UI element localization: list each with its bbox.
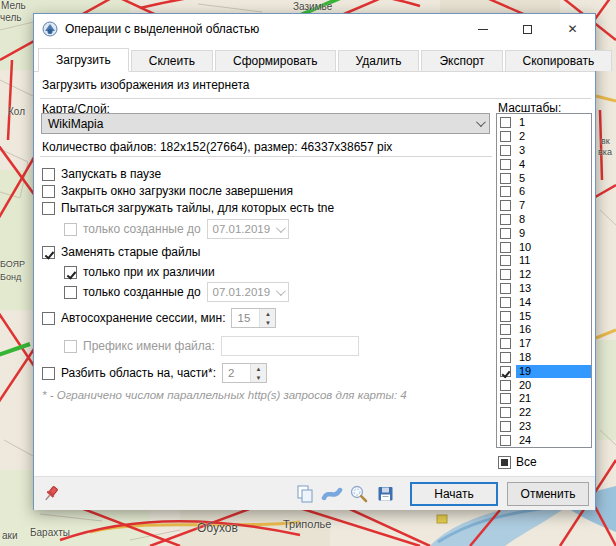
option-split[interactable]: Разбить область на, части*: 2 ▲ ▼: [42, 365, 267, 381]
scales-all-row[interactable]: Все: [498, 455, 537, 469]
autosave-spinner[interactable]: 15 ▲ ▼: [231, 308, 276, 328]
scale-row-20[interactable]: 20: [500, 378, 591, 392]
scale-checkbox-16[interactable]: [500, 324, 511, 335]
scale-row-21[interactable]: 21: [500, 392, 591, 406]
scales-all-checkbox[interactable]: [498, 456, 511, 469]
spin-down-icon[interactable]: ▼: [251, 373, 266, 382]
spin-up-icon[interactable]: ▲: [260, 309, 275, 318]
split-spinner[interactable]: 2 ▲ ▼: [222, 363, 267, 383]
scale-row-19[interactable]: 19: [500, 364, 591, 378]
scale-checkbox-6[interactable]: [500, 186, 511, 197]
tabbar: Загрузить Склеить Сформировать Удалить Э…: [34, 48, 595, 72]
option-retry-tne[interactable]: Пытаться загружать тайлы, для которых ес…: [42, 200, 334, 216]
autosave-checkbox[interactable]: [42, 312, 55, 325]
scale-checkbox-15[interactable]: [500, 311, 511, 322]
scale-checkbox-24[interactable]: [500, 435, 511, 446]
scale-checkbox-2[interactable]: [500, 131, 511, 142]
copy-selection-button[interactable]: [293, 482, 317, 506]
scale-number: 22: [516, 406, 534, 419]
pin-button[interactable]: [40, 482, 64, 506]
scale-checkbox-10[interactable]: [500, 242, 511, 253]
prefix-input[interactable]: [221, 336, 359, 356]
scale-row-11[interactable]: 11: [500, 254, 591, 268]
close-when-done-checkbox[interactable]: [42, 185, 55, 198]
tab-export[interactable]: Экспорт: [421, 50, 502, 71]
scale-checkbox-14[interactable]: [500, 297, 511, 308]
scale-checkbox-8[interactable]: [500, 214, 511, 225]
tab-download[interactable]: Загрузить: [38, 48, 129, 72]
start-button[interactable]: Начать: [410, 482, 498, 506]
scale-row-18[interactable]: 18: [500, 351, 591, 365]
scale-row-23[interactable]: 23: [500, 420, 591, 434]
scale-row-12[interactable]: 12: [500, 268, 591, 282]
scale-checkbox-9[interactable]: [500, 228, 511, 239]
scale-checkbox-19[interactable]: [500, 366, 511, 377]
scale-checkbox-22[interactable]: [500, 407, 511, 418]
minimize-button[interactable]: [460, 14, 505, 44]
start-paused-checkbox[interactable]: [42, 168, 55, 181]
tne-date-select[interactable]: 07.01.2019: [207, 219, 290, 239]
scale-row-24[interactable]: 24: [500, 433, 591, 447]
option-only-if-different[interactable]: только при их различии: [64, 264, 215, 280]
scale-row-17[interactable]: 17: [500, 337, 591, 351]
replace-old-checkbox[interactable]: [42, 246, 55, 259]
maximize-button[interactable]: [505, 14, 550, 44]
option-replace-old[interactable]: Заменять старые файлы: [42, 244, 200, 260]
scale-row-4[interactable]: 4: [500, 157, 591, 171]
scale-row-1[interactable]: 1: [500, 116, 591, 130]
retry-tne-checkbox[interactable]: [42, 202, 55, 215]
scale-checkbox-13[interactable]: [500, 283, 511, 294]
scale-checkbox-17[interactable]: [500, 338, 511, 349]
scales-list[interactable]: 123456789101112131415161718192021222324: [496, 113, 592, 448]
replace-date-select[interactable]: 07.01.2019: [207, 282, 290, 302]
option-close-when-done[interactable]: Закрыть окно загрузки после завершения: [42, 183, 293, 199]
scale-checkbox-20[interactable]: [500, 380, 511, 391]
zoom-to-selection-button[interactable]: [347, 482, 371, 506]
scale-number: 4: [516, 158, 528, 171]
split-checkbox[interactable]: [42, 367, 55, 380]
scale-row-7[interactable]: 7: [500, 199, 591, 213]
close-button[interactable]: ✕: [550, 14, 595, 44]
scale-row-3[interactable]: 3: [500, 144, 591, 158]
scale-checkbox-1[interactable]: [500, 117, 511, 128]
scale-row-16[interactable]: 16: [500, 323, 591, 337]
scale-row-6[interactable]: 6: [500, 185, 591, 199]
save-selection-button[interactable]: [374, 482, 398, 506]
scale-row-13[interactable]: 13: [500, 282, 591, 296]
scale-row-22[interactable]: 22: [500, 406, 591, 420]
scale-row-8[interactable]: 8: [500, 213, 591, 227]
tab-generate[interactable]: Сформировать: [215, 50, 336, 71]
scale-checkbox-7[interactable]: [500, 200, 511, 211]
tab-stitch[interactable]: Склеить: [131, 50, 213, 71]
scale-checkbox-4[interactable]: [500, 159, 511, 170]
selection-path-button[interactable]: [320, 482, 344, 506]
tne-only-before-checkbox[interactable]: [64, 223, 77, 236]
scale-number: 13: [516, 282, 534, 295]
scale-checkbox-11[interactable]: [500, 255, 511, 266]
replace-only-before-checkbox[interactable]: [64, 286, 77, 299]
only-if-different-checkbox[interactable]: [64, 266, 77, 279]
scale-checkbox-5[interactable]: [500, 173, 511, 184]
scale-row-9[interactable]: 9: [500, 226, 591, 240]
spin-up-icon[interactable]: ▲: [251, 364, 266, 373]
titlebar[interactable]: Операции с выделенной областью ✕: [34, 14, 595, 44]
scale-checkbox-3[interactable]: [500, 145, 511, 156]
option-replace-only-before[interactable]: только созданные до 07.01.2019: [64, 284, 289, 300]
scale-row-14[interactable]: 14: [500, 295, 591, 309]
scale-row-15[interactable]: 15: [500, 309, 591, 323]
option-autosave[interactable]: Автосохранение сессии, мин: 15 ▲ ▼: [42, 310, 276, 326]
scale-checkbox-21[interactable]: [500, 393, 511, 404]
tab-delete[interactable]: Удалить: [338, 50, 420, 71]
scale-checkbox-12[interactable]: [500, 269, 511, 280]
option-start-paused[interactable]: Запускать в паузе: [42, 166, 161, 182]
scale-checkbox-23[interactable]: [500, 421, 511, 432]
tab-copy[interactable]: Скопировать: [505, 50, 613, 71]
prefix-checkbox[interactable]: [64, 340, 77, 353]
spin-down-icon[interactable]: ▼: [260, 318, 275, 327]
cancel-button[interactable]: Отменить: [507, 482, 589, 506]
map-layer-select[interactable]: WikiMapia: [41, 113, 490, 134]
scale-checkbox-18[interactable]: [500, 352, 511, 363]
scale-row-2[interactable]: 2: [500, 130, 591, 144]
scale-row-10[interactable]: 10: [500, 240, 591, 254]
scale-row-5[interactable]: 5: [500, 171, 591, 185]
